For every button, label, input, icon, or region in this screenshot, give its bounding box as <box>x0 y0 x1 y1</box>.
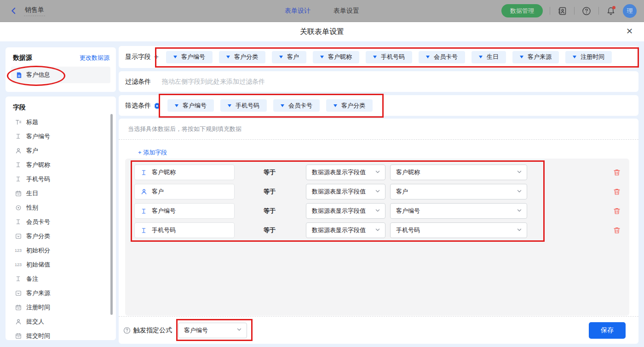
datasource-item[interactable]: 客户信息 <box>11 67 110 83</box>
caret-down-icon[interactable] <box>320 56 324 58</box>
change-datasource-link[interactable]: 更改数据源 <box>80 54 109 62</box>
filter-dropzone[interactable]: 拖动左侧字段到此处来添加过滤条件 <box>162 78 265 86</box>
field-list-item[interactable]: 标题 <box>6 115 116 129</box>
field-list-item[interactable]: 123 初始储值 <box>6 257 116 272</box>
chevron-down-icon <box>517 227 522 234</box>
topbar-tab[interactable]: 表单设计 <box>285 7 310 15</box>
question-circle-icon[interactable] <box>123 327 131 334</box>
rule-value-select[interactable]: 客户昵称 <box>390 165 527 180</box>
rule-value-select[interactable]: 手机号码 <box>390 222 527 238</box>
rule-value-select[interactable]: 客户编号 <box>390 203 527 219</box>
field-tag[interactable]: 客户昵称 <box>313 51 359 63</box>
field-tag[interactable]: 客户 <box>272 51 306 63</box>
field-list-item[interactable]: 客户分类 <box>6 229 116 243</box>
display-fields-label: 显示字段 <box>125 53 151 61</box>
fields-card: 字段 标题 客户编号 客户 客户昵称 手机号码 <box>6 97 116 340</box>
field-type-icon <box>140 208 147 215</box>
caret-down-icon[interactable] <box>281 104 284 107</box>
scrollbar-thumb[interactable] <box>110 114 113 315</box>
close-icon[interactable]: ✕ <box>626 26 633 36</box>
divider <box>598 7 599 15</box>
caret-down-icon[interactable] <box>373 56 377 58</box>
field-type-icon <box>15 161 22 168</box>
field-list-item[interactable]: 提交时间 <box>6 329 116 340</box>
field-list-item[interactable]: 会员卡号 <box>6 215 116 229</box>
field-tag[interactable]: 会员卡号 <box>273 99 320 112</box>
chevron-down-icon <box>517 169 522 176</box>
caret-down-icon[interactable] <box>520 56 523 58</box>
rule-value-select[interactable]: 客户 <box>390 184 527 199</box>
field-list-item[interactable]: 生日 <box>6 186 116 200</box>
delete-rule-icon[interactable] <box>613 188 621 195</box>
divider <box>550 7 550 15</box>
caret-down-icon[interactable] <box>479 56 483 58</box>
field-type-icon <box>140 188 147 195</box>
delete-rule-icon[interactable] <box>613 169 621 176</box>
field-tag[interactable]: 客户分类 <box>326 99 373 112</box>
rule-source-select[interactable]: 数据源表显示字段值 <box>306 165 385 180</box>
field-type-icon: 123 <box>15 247 22 254</box>
field-list-item[interactable]: 客户 <box>6 143 116 158</box>
field-tag[interactable]: 手机号码 <box>366 51 412 63</box>
caret-down-icon[interactable] <box>573 56 576 58</box>
help-icon[interactable] <box>581 6 592 16</box>
field-type-icon <box>15 318 22 325</box>
gear-icon[interactable] <box>154 102 161 110</box>
display-field-tags: 客户编号 客户分类 客户 客户昵称 手机号码 会员卡号 <box>166 51 612 63</box>
rule-source-select[interactable]: 数据源表显示字段值 <box>306 184 385 199</box>
field-tag[interactable]: 客户编号 <box>167 99 214 112</box>
notification-bell-icon[interactable] <box>606 6 616 16</box>
modal-title: 关联表单设置 <box>0 22 644 41</box>
field-type-icon <box>15 290 22 296</box>
field-tag[interactable]: 客户编号 <box>166 51 213 63</box>
field-list-item[interactable]: 客户来源 <box>6 286 116 300</box>
field-tag[interactable]: 生日 <box>472 51 506 63</box>
save-button[interactable]: 保存 <box>589 322 626 339</box>
field-list-item[interactable]: 性别 <box>6 200 116 215</box>
datasource-title: 数据源 <box>13 54 32 62</box>
trigger-formula-select[interactable]: 客户编号 <box>178 323 247 338</box>
rule-source-select[interactable]: 数据源表显示字段值 <box>306 222 385 238</box>
rule-target-field[interactable]: 手机号码 <box>134 222 235 238</box>
caret-down-icon[interactable] <box>173 56 177 58</box>
field-tag[interactable]: 注册时间 <box>565 51 612 63</box>
avatar[interactable]: 理 <box>623 4 637 18</box>
caret-down-icon[interactable] <box>334 104 337 107</box>
document-icon <box>16 72 23 79</box>
field-list-item[interactable]: 提交人 <box>6 314 116 329</box>
field-tag[interactable]: 客户分类 <box>219 51 265 63</box>
delete-rule-icon[interactable] <box>613 227 621 234</box>
trigger-formula-label: 触发指定公式 <box>133 326 172 335</box>
rule-row: 客户编号 等于 数据源表显示字段值 客户编号 <box>134 203 621 219</box>
field-list-item[interactable]: 手机号码 <box>6 172 116 186</box>
caret-down-icon[interactable] <box>226 56 230 58</box>
rule-target-field[interactable]: 客户 <box>134 184 235 199</box>
rule-target-field[interactable]: 客户编号 <box>134 203 235 219</box>
add-display-field-button[interactable]: + <box>154 52 159 62</box>
field-list-item[interactable]: 123 初始积分 <box>6 243 116 257</box>
rule-target-field[interactable]: 客户昵称 <box>134 165 235 180</box>
caret-down-icon[interactable] <box>426 56 430 58</box>
add-field-link[interactable]: + 添加字段 <box>119 140 178 157</box>
field-tag[interactable]: 会员卡号 <box>419 51 465 63</box>
rule-source-select[interactable]: 数据源表显示字段值 <box>306 203 385 219</box>
rules-footer: 触发指定公式 客户编号 保存 <box>119 316 638 344</box>
field-list-item[interactable]: 客户编号 <box>6 129 116 143</box>
chevron-down-icon <box>236 327 242 334</box>
topbar-tab[interactable]: 表单设置 <box>334 7 359 15</box>
contacts-book-icon[interactable] <box>557 6 567 16</box>
field-type-icon <box>15 119 22 125</box>
rules-hint: 当选择具体数据后，将按如下规则填充数据 <box>119 119 638 140</box>
field-tag[interactable]: 手机号码 <box>220 99 267 112</box>
field-tag[interactable]: 客户来源 <box>512 51 559 63</box>
field-list-item[interactable]: 备注 <box>6 272 116 286</box>
caret-down-icon[interactable] <box>228 104 231 107</box>
field-type-icon <box>15 332 22 339</box>
field-list-item[interactable]: 注册时间 <box>6 300 116 314</box>
datasource-card: 数据源 更改数据源 客户信息 <box>6 47 116 92</box>
data-manage-button[interactable]: 数据管理 <box>501 4 543 17</box>
caret-down-icon[interactable] <box>175 104 178 107</box>
field-list-item[interactable]: 客户昵称 <box>6 158 116 172</box>
delete-rule-icon[interactable] <box>613 207 621 215</box>
caret-down-icon[interactable] <box>279 56 283 58</box>
